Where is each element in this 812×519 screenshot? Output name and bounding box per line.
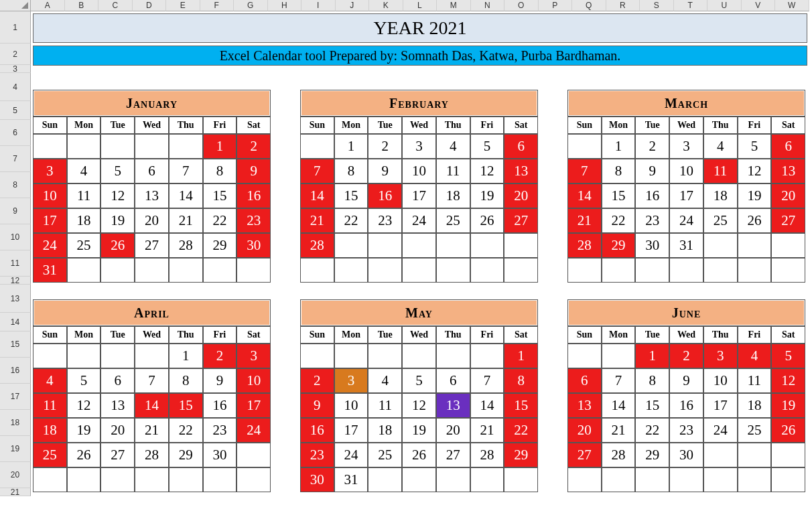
- day-cell[interactable]: 18: [33, 418, 67, 443]
- day-cell[interactable]: 23: [368, 208, 402, 233]
- day-cell[interactable]: [100, 344, 135, 368]
- day-cell[interactable]: 21: [567, 208, 602, 233]
- day-cell[interactable]: [169, 258, 203, 283]
- row-header[interactable]: 3: [0, 65, 31, 73]
- day-cell[interactable]: 30: [635, 233, 669, 258]
- day-cell[interactable]: 8: [602, 159, 636, 183]
- day-cell[interactable]: 17: [334, 418, 368, 443]
- day-cell[interactable]: 24: [669, 208, 703, 233]
- day-cell[interactable]: 4: [436, 134, 470, 159]
- day-cell[interactable]: 18: [67, 208, 101, 233]
- day-cell[interactable]: [602, 467, 636, 492]
- day-cell[interactable]: 21: [300, 208, 334, 233]
- day-cell[interactable]: 10: [334, 393, 368, 418]
- day-cell[interactable]: 7: [169, 159, 203, 183]
- day-cell[interactable]: [169, 467, 203, 492]
- row-header[interactable]: 1: [0, 11, 31, 44]
- day-cell[interactable]: 27: [100, 443, 135, 467]
- day-cell[interactable]: 18: [368, 418, 402, 443]
- column-header[interactable]: B: [65, 0, 99, 11]
- day-cell[interactable]: 9: [368, 159, 402, 183]
- day-cell[interactable]: 18: [703, 183, 738, 208]
- day-cell[interactable]: 4: [368, 368, 402, 393]
- column-header[interactable]: L: [403, 0, 437, 11]
- column-header[interactable]: G: [234, 0, 268, 11]
- day-cell[interactable]: 1: [504, 344, 538, 368]
- day-cell[interactable]: 25: [703, 208, 738, 233]
- day-cell[interactable]: 15: [169, 393, 203, 418]
- day-cell[interactable]: 3: [33, 159, 67, 183]
- day-cell[interactable]: [300, 134, 334, 159]
- day-cell[interactable]: 26: [738, 208, 772, 233]
- day-cell[interactable]: [436, 344, 470, 368]
- day-cell[interactable]: 10: [236, 368, 271, 393]
- day-cell[interactable]: 18: [738, 393, 772, 418]
- day-cell[interactable]: 6: [504, 134, 538, 159]
- day-cell[interactable]: 29: [504, 443, 538, 467]
- column-header[interactable]: U: [707, 0, 742, 11]
- day-cell[interactable]: 13: [771, 159, 805, 183]
- day-cell[interactable]: 9: [236, 159, 271, 183]
- day-cell[interactable]: 15: [602, 183, 636, 208]
- day-cell[interactable]: 20: [436, 418, 470, 443]
- day-cell[interactable]: 31: [669, 233, 703, 258]
- day-cell[interactable]: [771, 258, 805, 283]
- day-cell[interactable]: 5: [67, 368, 101, 393]
- day-cell[interactable]: [135, 258, 169, 283]
- day-cell[interactable]: 10: [33, 183, 67, 208]
- day-cell[interactable]: 12: [738, 159, 772, 183]
- day-cell[interactable]: 7: [567, 159, 602, 183]
- day-cell[interactable]: 3: [402, 134, 436, 159]
- day-cell[interactable]: 2: [203, 344, 237, 368]
- day-cell[interactable]: 16: [236, 183, 271, 208]
- day-cell[interactable]: [334, 233, 368, 258]
- day-cell[interactable]: [470, 258, 504, 283]
- day-cell[interactable]: [100, 134, 135, 159]
- day-cell[interactable]: 6: [567, 368, 602, 393]
- day-cell[interactable]: 21: [135, 418, 169, 443]
- row-header[interactable]: 4: [0, 73, 31, 101]
- day-cell[interactable]: [504, 467, 538, 492]
- day-cell[interactable]: 23: [203, 418, 237, 443]
- day-cell[interactable]: 17: [669, 183, 703, 208]
- day-cell[interactable]: [368, 233, 402, 258]
- day-cell[interactable]: 5: [771, 344, 805, 368]
- day-cell[interactable]: [236, 443, 271, 467]
- day-cell[interactable]: 26: [402, 443, 436, 467]
- day-cell[interactable]: [738, 258, 772, 283]
- day-cell[interactable]: [703, 233, 738, 258]
- day-cell[interactable]: 6: [771, 134, 805, 159]
- day-cell[interactable]: [504, 258, 538, 283]
- day-cell[interactable]: 25: [436, 208, 470, 233]
- day-cell[interactable]: 28: [567, 233, 602, 258]
- day-cell[interactable]: [436, 258, 470, 283]
- day-cell[interactable]: 8: [635, 368, 669, 393]
- day-cell[interactable]: 22: [169, 418, 203, 443]
- day-cell[interactable]: 5: [100, 159, 135, 183]
- day-cell[interactable]: [203, 467, 237, 492]
- day-cell[interactable]: 7: [602, 368, 636, 393]
- day-cell[interactable]: 27: [135, 233, 169, 258]
- day-cell[interactable]: 14: [169, 183, 203, 208]
- day-cell[interactable]: 3: [236, 344, 271, 368]
- day-cell[interactable]: [33, 134, 67, 159]
- day-cell[interactable]: 2: [368, 134, 402, 159]
- row-header[interactable]: 13: [0, 285, 31, 313]
- day-cell[interactable]: 20: [100, 418, 135, 443]
- day-cell[interactable]: 15: [334, 183, 368, 208]
- day-cell[interactable]: 26: [771, 418, 805, 443]
- day-cell[interactable]: 29: [635, 443, 669, 467]
- row-header[interactable]: 8: [0, 172, 31, 198]
- day-cell[interactable]: 29: [169, 443, 203, 467]
- day-cell[interactable]: 5: [738, 134, 772, 159]
- day-cell[interactable]: 14: [470, 393, 504, 418]
- day-cell[interactable]: [567, 467, 602, 492]
- day-cell[interactable]: 19: [771, 393, 805, 418]
- day-cell[interactable]: [436, 233, 470, 258]
- day-cell[interactable]: 24: [402, 208, 436, 233]
- day-cell[interactable]: 28: [602, 443, 636, 467]
- column-header[interactable]: O: [504, 0, 539, 11]
- column-header[interactable]: S: [640, 0, 674, 11]
- day-cell[interactable]: 22: [504, 418, 538, 443]
- day-cell[interactable]: 7: [135, 368, 169, 393]
